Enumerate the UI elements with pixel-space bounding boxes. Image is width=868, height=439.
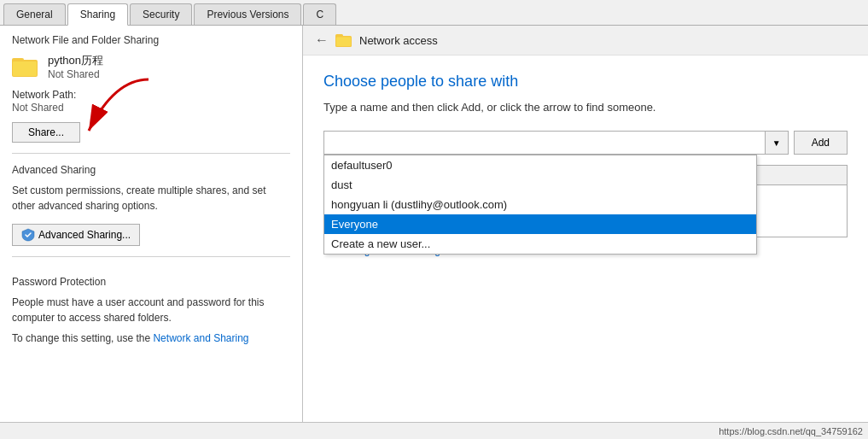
password-change-text: To change this setting, use the Network … bbox=[12, 331, 290, 346]
dropdown-item-create-new-user[interactable]: Create a new user... bbox=[324, 234, 756, 254]
main-layout: Network File and Folder Sharing python历程… bbox=[0, 26, 868, 422]
share-dropdown-button[interactable]: ▼ bbox=[765, 131, 789, 155]
tab-previous-versions[interactable]: Previous Versions bbox=[194, 3, 301, 25]
choose-people-desc: Type a name and then click Add, or click… bbox=[323, 101, 848, 114]
password-protection-title: Password Protection bbox=[12, 276, 290, 288]
folder-name: python历程 bbox=[48, 53, 103, 68]
network-access-folder-icon bbox=[335, 32, 352, 48]
dropdown-item-defaultuser0[interactable]: defaultuser0 bbox=[324, 155, 756, 175]
tab-general[interactable]: General bbox=[3, 3, 66, 25]
status-bar: https://blog.csdn.net/qq_34759162 bbox=[0, 422, 868, 439]
advanced-sharing-title: Advanced Sharing bbox=[12, 164, 290, 176]
network-access-header: ← Network access bbox=[303, 26, 868, 56]
dropdown-item-everyone[interactable]: Everyone bbox=[324, 214, 756, 234]
tab-sharing[interactable]: Sharing bbox=[67, 3, 128, 26]
tabs-bar: General Sharing Security Previous Versio… bbox=[0, 0, 868, 26]
svg-rect-6 bbox=[336, 38, 351, 47]
status-url: https://blog.csdn.net/qq_34759162 bbox=[719, 426, 863, 436]
choose-people-title: Choose people to share with bbox=[323, 73, 848, 91]
password-text: People must have a user account and pass… bbox=[12, 295, 290, 325]
add-button[interactable]: Add bbox=[794, 131, 848, 155]
dropdown-list: defaultuser0 dust hongyuan li (dustlihy@… bbox=[323, 155, 757, 255]
password-section: Password Protection People must have a u… bbox=[12, 276, 290, 351]
svg-rect-2 bbox=[13, 61, 37, 76]
back-arrow-icon[interactable]: ← bbox=[315, 32, 329, 48]
network-file-folder-sharing-title: Network File and Folder Sharing bbox=[12, 34, 290, 46]
share-input-area: ▼ Add defaultuser0 dust hongyuan li (dus… bbox=[323, 131, 848, 155]
divider-2 bbox=[12, 256, 290, 257]
tab-security[interactable]: Security bbox=[130, 3, 192, 25]
divider-1 bbox=[12, 153, 290, 154]
network-access-body: Choose people to share with Type a name … bbox=[303, 56, 868, 422]
share-row: ▼ Add bbox=[323, 131, 848, 155]
advanced-sharing-desc: Set custom permissions, create multiple … bbox=[12, 183, 290, 214]
left-panel: Network File and Folder Sharing python历程… bbox=[0, 26, 303, 422]
shield-icon bbox=[21, 228, 35, 242]
right-panel: ← Network access Choose people to share … bbox=[303, 26, 868, 422]
dropdown-item-hongyuan[interactable]: hongyuan li (dustlihy@outlook.com) bbox=[324, 195, 756, 214]
network-sharing-link[interactable]: Network and Sharing bbox=[153, 332, 248, 344]
network-access-title: Network access bbox=[359, 34, 438, 47]
advanced-sharing-button-label: Advanced Sharing... bbox=[38, 229, 131, 241]
advanced-sharing-button[interactable]: Advanced Sharing... bbox=[12, 224, 140, 246]
tab-c[interactable]: C bbox=[303, 3, 336, 25]
dropdown-item-dust[interactable]: dust bbox=[324, 175, 756, 195]
share-input[interactable] bbox=[323, 131, 765, 155]
folder-icon bbox=[12, 55, 39, 79]
chevron-down-icon: ▼ bbox=[772, 138, 781, 148]
red-arrow-indicator bbox=[63, 71, 174, 148]
